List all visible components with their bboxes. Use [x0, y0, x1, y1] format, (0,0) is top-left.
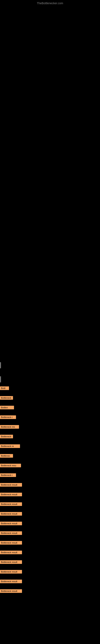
bottleneck-item-7: Bottleneck re — [0, 444, 20, 448]
bottleneck-item-20: Bottleneck result — [0, 570, 22, 574]
bottleneck-item-17: Bottleneck result — [0, 541, 22, 544]
bottleneck-item-5: Bottleneck res — [0, 425, 19, 429]
bottleneck-item-22: Bottleneck result — [0, 589, 22, 593]
bottleneck-item-15: Bottleneck result — [0, 522, 22, 525]
cursor-line-2 — [0, 376, 1, 382]
bottleneck-item-12: Bottleneck result — [0, 493, 22, 496]
bottleneck-item-4: Bottleneck r — [0, 416, 16, 419]
bottleneck-item-2: Bottleneck — [0, 396, 13, 400]
bottleneck-item-13: Bottleneck result — [0, 502, 22, 506]
bottleneck-item-9: Bottleneck resu — [0, 464, 21, 467]
bottleneck-item-19: Bottleneck result — [0, 560, 22, 564]
bottleneck-item-16: Bottleneck result — [0, 531, 22, 535]
bottleneck-item-3: Bottlen — [0, 406, 14, 409]
bottleneck-item-14: Bottleneck result — [0, 512, 22, 516]
bottleneck-items-list: BottlBottleneckBottlenBottleneck rBottle… — [0, 386, 52, 599]
bottleneck-item-6: Bottleneck — [0, 435, 13, 438]
cursor-line-1 — [0, 362, 1, 368]
bottleneck-item-18: Bottleneck result — [0, 550, 22, 554]
bottleneck-item-21: Bottleneck result — [0, 580, 22, 583]
bottleneck-item-10: Bottleneck r — [0, 473, 16, 477]
site-title: TheBottlenecker.com — [37, 2, 63, 5]
bottleneck-item-11: Bottleneck result — [0, 483, 22, 486]
bottleneck-item-8: Bottlenec — [0, 454, 13, 458]
bottleneck-item-1: Bottl — [0, 386, 9, 390]
